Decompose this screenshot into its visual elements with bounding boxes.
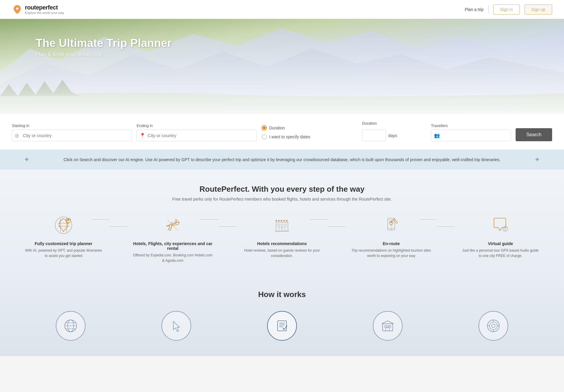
perk-item-planner: Fully customized trip planner With AI, p… — [18, 213, 109, 263]
perks-subtitle: Free travel perks only for RoutePerfect … — [18, 197, 546, 201]
logo-tagline: Explore the world your way — [25, 11, 64, 15]
trip-planner-icon — [54, 216, 73, 235]
ending-input[interactable] — [137, 130, 256, 141]
perks-grid: Fully customized trip planner With AI, p… — [18, 213, 546, 263]
days-label: days — [388, 133, 397, 138]
logo-name: routeperfect — [25, 4, 64, 11]
target-icon — [486, 318, 501, 333]
duration-radio-circle-1 — [262, 125, 267, 131]
perk-item-enroute: En-route Trip recommendations on highlig… — [346, 213, 437, 263]
duration-radio-field: Duration I want to specify dates — [262, 123, 357, 141]
svg-point-40 — [492, 324, 495, 328]
header-divider — [488, 5, 489, 14]
duration-option1-label: Duration — [269, 126, 285, 130]
perk-name-hotels: Hotels, Flights, city experiences and ca… — [133, 241, 213, 251]
starting-input-wrap: ◎ — [12, 130, 132, 141]
perk-desc-virtual: Just like a personal tour GPS based Audi… — [461, 248, 540, 258]
perk-desc-hotels: Offered by Expedia.com, Booking.com Hote… — [133, 253, 213, 263]
duration-days-input[interactable]: 12 — [362, 130, 386, 141]
how-step-circle-5 — [479, 311, 508, 341]
how-step-circle-2 — [161, 311, 191, 341]
perk-name-virtual: Virtual guide — [488, 241, 513, 246]
perk-connector-2 — [218, 226, 236, 227]
hero-mountains-svg — [0, 19, 564, 114]
how-step-circle-4 — [373, 311, 403, 341]
how-step-5 — [441, 311, 546, 344]
how-section: How it works — [0, 275, 564, 356]
hero-text: The Ultimate Trip Planner Plan & book yo… — [36, 37, 172, 58]
perk-connector-4 — [437, 226, 455, 227]
travellers-icon: 👥 — [434, 133, 440, 138]
globe-icon — [63, 318, 78, 333]
how-step-1 — [18, 311, 123, 344]
perk-desc-enroute: Trip recommendations on highlighted tour… — [351, 248, 431, 258]
perk-name-recommendations: Hotels recommendations — [257, 241, 307, 246]
hotel-recommendations-icon: ★★★★★ — [273, 216, 291, 235]
svg-rect-10 — [281, 224, 283, 226]
duration-radio-duration[interactable]: Duration — [262, 123, 357, 132]
svg-point-4 — [67, 219, 69, 221]
perks-title: RoutePerfect. With you every step of the… — [18, 185, 546, 194]
how-steps — [18, 311, 546, 344]
starting-label: Starting in — [12, 123, 132, 128]
info-banner-text: Click on Search and discover our AI engi… — [36, 156, 528, 163]
how-step-3 — [229, 311, 335, 344]
duration-radio-specify[interactable]: I want to specify dates — [262, 132, 357, 141]
travellers-input[interactable]: 2 — [431, 130, 511, 141]
hero-section: The Ultimate Trip Planner Plan & book yo… — [0, 19, 564, 114]
search-row: Starting in ◎ Ending in 📍 Duration — [12, 121, 552, 141]
duration-radios: Duration I want to specify dates — [262, 123, 357, 141]
hero-title: The Ultimate Trip Planner — [36, 37, 172, 50]
perk-icon-enroute — [379, 213, 403, 237]
info-star-right-icon: ✦ — [534, 155, 540, 164]
signin-button[interactable]: Sign in — [493, 4, 520, 15]
signup-button[interactable]: Sign up — [525, 4, 552, 15]
perk-desc-recommendations: Hotel reviews, based on guests reviews f… — [242, 248, 322, 258]
starting-input[interactable] — [12, 130, 132, 141]
hero-subtitle: Plan & book your dream trip — [36, 51, 172, 58]
svg-rect-9 — [278, 224, 280, 226]
search-container: Starting in ◎ Ending in 📍 Duration — [0, 114, 564, 150]
svg-point-39 — [489, 322, 497, 330]
perk-desc-planner: With AI, powered by GPT, and popular iti… — [24, 248, 103, 258]
enroute-icon — [382, 216, 401, 235]
how-step-circle-1 — [56, 311, 85, 341]
perk-icon-hotels — [161, 213, 185, 237]
logo[interactable]: routeperfect Explore the world your way — [12, 4, 64, 15]
perk-item-virtual: Virtual guide Just like a personal tour … — [455, 213, 546, 263]
svg-rect-12 — [279, 228, 282, 231]
perks-section: RoutePerfect. With you every step of the… — [0, 170, 564, 275]
svg-rect-1 — [0, 19, 564, 114]
how-title: How it works — [18, 290, 546, 299]
svg-rect-11 — [284, 224, 286, 226]
search-button[interactable]: Search — [516, 128, 552, 141]
svg-point-21 — [391, 222, 392, 223]
perk-name-planner: Fully customized trip planner — [35, 241, 92, 246]
ending-input-wrap: 📍 — [137, 130, 256, 141]
duration-radio-circle-2 — [262, 134, 267, 139]
perk-icon-recommendations: ★★★★★ — [270, 213, 294, 237]
perk-icon-planner — [52, 213, 75, 237]
header: routeperfect Explore the world your way … — [0, 0, 564, 19]
perk-icon-virtual — [489, 213, 512, 237]
cursor-click-icon — [169, 318, 184, 333]
header-actions: Plan a trip Sign in Sign up — [465, 4, 552, 15]
duration-days-field: Duration 12 days — [362, 121, 426, 141]
hotels-flights-icon — [163, 216, 182, 235]
perk-connector-1 — [109, 226, 127, 227]
travellers-label: Travellers — [431, 123, 511, 128]
location-target-icon: ◎ — [15, 133, 19, 138]
ending-field: Ending in 📍 — [137, 123, 256, 141]
svg-rect-34 — [384, 326, 386, 327]
duration-days-label: Duration — [362, 121, 426, 126]
svg-rect-36 — [389, 326, 391, 327]
plan-trip-link[interactable]: Plan a trip — [465, 7, 484, 12]
travellers-field: Travellers 👥 2 — [431, 123, 511, 141]
svg-text:★★★★★: ★★★★★ — [275, 219, 288, 222]
logo-icon — [12, 4, 23, 15]
checklist-icon — [275, 318, 289, 333]
perk-item-recommendations: ★★★★★ Hotels recommendations Hotel revie… — [236, 213, 328, 263]
svg-point-2 — [55, 217, 72, 234]
ending-label: Ending in — [137, 123, 256, 128]
info-banner: ✦ Click on Search and discover our AI en… — [0, 150, 564, 170]
